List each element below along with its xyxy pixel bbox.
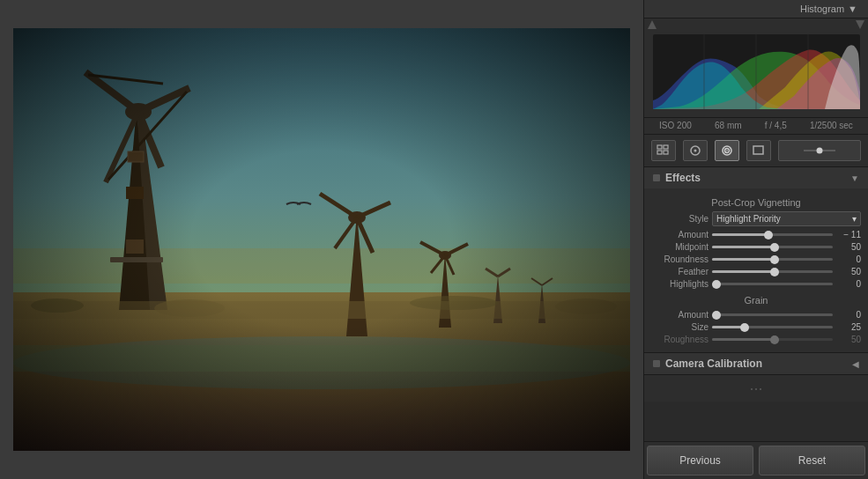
histogram-title: Histogram	[800, 4, 844, 14]
vignetting-title: Post-Crop Vignetting	[651, 194, 861, 210]
grain-size-fill	[712, 326, 742, 328]
right-panel: Histogram ▼	[643, 0, 868, 479]
histogram-arrows	[644, 18, 868, 31]
feather-value: 50	[836, 267, 861, 276]
bottom-buttons: Previous Reset	[644, 441, 868, 479]
svg-rect-55	[753, 146, 763, 154]
amount-slider-row: Amount − 11	[651, 230, 861, 240]
amount-thumb[interactable]	[764, 231, 773, 240]
histogram-chart	[653, 34, 860, 109]
style-dropdown-arrow: ▾	[852, 214, 857, 224]
calibration-title: Camera Calibration	[665, 357, 762, 370]
highlights-track[interactable]	[712, 283, 833, 285]
effects-toggle[interactable]	[653, 174, 660, 181]
svg-point-57	[817, 148, 823, 154]
grain-amount-label: Amount	[651, 310, 708, 320]
style-label: Style	[651, 214, 708, 224]
roundness-thumb[interactable]	[770, 255, 779, 264]
effects-panel-header[interactable]: Effects ▼	[644, 167, 868, 188]
highlights-slider-row: Highlights 0	[651, 279, 861, 289]
svg-rect-49	[664, 151, 668, 154]
grain-amount-thumb[interactable]	[712, 311, 721, 320]
panels-scroll[interactable]: Effects ▼ Post-Crop Vignetting Style Hig…	[644, 167, 868, 441]
highlights-thumb[interactable]	[712, 280, 721, 289]
effects-panel: Effects ▼ Post-Crop Vignetting Style Hig…	[644, 167, 868, 353]
photo-container	[13, 28, 630, 451]
camera-calibration-header[interactable]: Camera Calibration ◀	[644, 353, 868, 374]
style-dropdown[interactable]: Highlight Priority ▾	[712, 211, 861, 226]
camera-info: ISO 200 68 mm f / 4,5 1/2500 sec	[644, 117, 868, 134]
svg-rect-46	[657, 145, 662, 149]
roundness-slider-row: Roundness 0	[651, 254, 861, 264]
amount-fill	[712, 233, 767, 236]
amount-track[interactable]	[712, 233, 833, 236]
histogram-dropdown-arrow[interactable]: ▼	[848, 4, 857, 14]
roundness-value: 0	[836, 254, 861, 264]
feather-thumb[interactable]	[770, 268, 779, 276]
grain-size-row: Size 25	[651, 322, 861, 332]
histogram-highlight-warning[interactable]	[856, 20, 864, 29]
feather-slider-row: Feather 50	[651, 267, 861, 276]
grain-size-thumb[interactable]	[740, 323, 749, 332]
highlights-label: Highlights	[651, 279, 708, 289]
histogram-section: Histogram ▼	[644, 0, 868, 135]
scrollable-hint: ···	[749, 380, 762, 398]
midpoint-value: 50	[836, 242, 861, 252]
grain-size-label: Size	[651, 322, 708, 332]
svg-rect-48	[657, 151, 662, 154]
svg-point-51	[694, 150, 697, 152]
crop-tool-button[interactable]	[746, 140, 771, 161]
effects-header-left: Effects	[653, 172, 701, 184]
grain-size-value: 25	[836, 322, 861, 332]
grain-roughness-row: Roughness 50	[651, 335, 861, 344]
calibration-toggle[interactable]	[653, 360, 660, 367]
previous-button[interactable]: Previous	[647, 446, 753, 475]
calibration-header-left: Camera Calibration	[653, 357, 762, 370]
style-value: Highlight Priority	[716, 214, 781, 224]
tool-icons-row	[644, 135, 868, 167]
grain-title: Grain	[651, 291, 861, 307]
shutter-speed: 1/2500 sec	[810, 121, 853, 130]
circle-tool-button[interactable]	[683, 140, 708, 161]
grain-roughness-label: Roughness	[651, 335, 708, 344]
grid-tool-button[interactable]	[651, 140, 676, 161]
midpoint-fill	[712, 246, 773, 248]
midpoint-label: Midpoint	[651, 242, 708, 252]
feather-fill	[712, 270, 773, 273]
grain-size-track[interactable]	[712, 326, 833, 328]
midpoint-thumb[interactable]	[770, 243, 779, 252]
effects-arrow[interactable]: ▼	[850, 173, 859, 183]
grain-roughness-fill	[712, 338, 773, 341]
roundness-fill	[712, 258, 773, 261]
svg-rect-47	[664, 145, 668, 149]
effects-body: Post-Crop Vignetting Style Highlight Pri…	[644, 188, 868, 352]
lens-correction-button[interactable]	[715, 140, 739, 161]
adjustments-tool-button[interactable]	[778, 140, 861, 161]
effects-title: Effects	[665, 172, 701, 184]
camera-calibration-panel: Camera Calibration ◀	[644, 353, 868, 375]
aperture: f / 4,5	[765, 121, 787, 130]
style-row: Style Highlight Priority ▾	[651, 211, 861, 226]
amount-value: − 11	[836, 230, 861, 240]
photo-image	[13, 28, 630, 451]
reset-button[interactable]: Reset	[759, 446, 865, 475]
collapsed-panel-hint: ···	[644, 375, 868, 402]
grain-amount-value: 0	[836, 310, 861, 320]
amount-label: Amount	[651, 230, 708, 240]
midpoint-slider-row: Midpoint 50	[651, 242, 861, 252]
grain-amount-track[interactable]	[712, 313, 833, 316]
grain-roughness-track	[712, 338, 833, 341]
calibration-arrow[interactable]: ◀	[852, 359, 859, 369]
feather-track[interactable]	[712, 270, 833, 273]
grain-roughness-thumb	[770, 335, 779, 344]
histogram-header: Histogram ▼	[644, 0, 868, 18]
focal-length: 68 mm	[715, 121, 742, 130]
photo-area	[0, 0, 643, 479]
svg-rect-41	[13, 28, 630, 451]
grain-amount-row: Amount 0	[651, 310, 861, 320]
histogram-shadow-warning[interactable]	[648, 20, 657, 29]
midpoint-track[interactable]	[712, 246, 833, 248]
roundness-track[interactable]	[712, 258, 833, 261]
highlights-value: 0	[836, 279, 861, 289]
histogram-canvas	[653, 34, 860, 114]
